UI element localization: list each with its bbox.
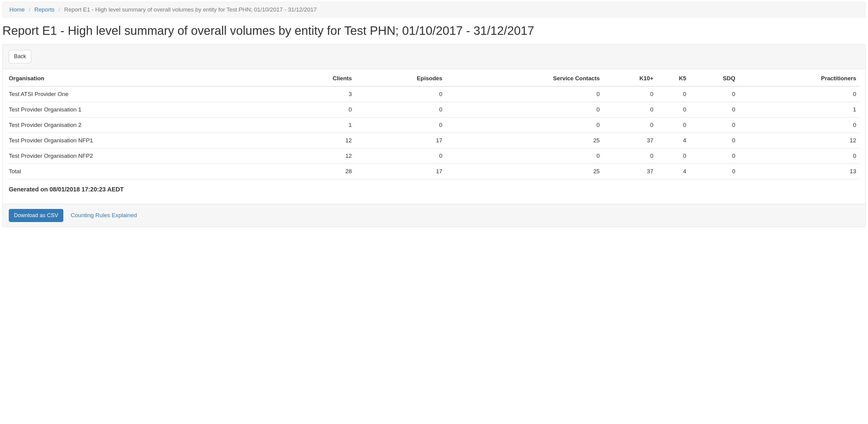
report-panel: Back Organisation Clients Episodes Servi… (2, 44, 866, 227)
cell-k10plus: 0 (603, 86, 656, 102)
generated-timestamp: Generated on 08/01/2018 17:20:23 AEDT (9, 186, 859, 193)
cell-service_contacts: 25 (445, 133, 603, 148)
cell-organisation: Total (9, 163, 285, 179)
breadcrumb: Home / Reports / Report E1 - High level … (2, 2, 866, 18)
panel-footer: Download as CSV Counting Rules Explained (3, 204, 865, 227)
cell-k5: 0 (656, 117, 689, 133)
breadcrumb-separator: / (26, 6, 33, 13)
cell-organisation: Test Provider Organisation NFP2 (9, 148, 285, 163)
cell-sdq: 0 (689, 102, 738, 117)
cell-service_contacts: 0 (445, 117, 603, 133)
col-episodes: Episodes (355, 71, 445, 86)
table-row: Test Provider Organisation NFP212000000 (9, 148, 859, 163)
breadcrumb-separator: / (56, 6, 62, 13)
col-k10plus: K10+ (603, 71, 656, 86)
col-k5: K5 (656, 71, 689, 86)
report-table: Organisation Clients Episodes Service Co… (9, 71, 859, 179)
download-csv-button[interactable]: Download as CSV (9, 209, 63, 222)
cell-k5: 0 (656, 102, 689, 117)
cell-service_contacts: 25 (445, 163, 603, 179)
cell-episodes: 0 (355, 102, 445, 117)
panel-body: Organisation Clients Episodes Service Co… (3, 69, 865, 204)
cell-k5: 4 (656, 133, 689, 148)
cell-clients: 1 (285, 117, 355, 133)
table-row: Test Provider Organisation 21000000 (9, 117, 859, 133)
cell-practitioners: 0 (738, 86, 859, 102)
cell-organisation: Test Provider Organisation NFP1 (9, 133, 285, 148)
col-sdq: SDQ (689, 71, 738, 86)
cell-k10plus: 0 (603, 117, 656, 133)
cell-episodes: 0 (355, 117, 445, 133)
cell-service_contacts: 0 (445, 86, 603, 102)
cell-k5: 0 (656, 86, 689, 102)
table-header-row: Organisation Clients Episodes Service Co… (9, 71, 859, 86)
page-title: Report E1 - High level summary of overal… (2, 23, 866, 38)
cell-clients: 3 (285, 86, 355, 102)
col-organisation: Organisation (9, 71, 285, 86)
cell-clients: 12 (285, 148, 355, 163)
cell-episodes: 0 (355, 148, 445, 163)
cell-service_contacts: 0 (445, 102, 603, 117)
col-service-contacts: Service Contacts (445, 71, 603, 86)
cell-organisation: Test ATSI Provider One (9, 86, 285, 102)
cell-k10plus: 37 (603, 163, 656, 179)
cell-practitioners: 13 (738, 163, 859, 179)
cell-organisation: Test Provider Organisation 2 (9, 117, 285, 133)
cell-practitioners: 0 (738, 117, 859, 133)
table-row: Test ATSI Provider One3000000 (9, 86, 859, 102)
cell-clients: 28 (285, 163, 355, 179)
cell-k5: 4 (656, 163, 689, 179)
back-button[interactable]: Back (9, 50, 31, 63)
cell-clients: 0 (285, 102, 355, 117)
cell-k10plus: 0 (603, 102, 656, 117)
cell-organisation: Test Provider Organisation 1 (9, 102, 285, 117)
cell-practitioners: 12 (738, 133, 859, 148)
cell-sdq: 0 (689, 86, 738, 102)
cell-episodes: 0 (355, 86, 445, 102)
cell-sdq: 0 (689, 163, 738, 179)
cell-episodes: 17 (355, 163, 445, 179)
cell-practitioners: 0 (738, 148, 859, 163)
cell-episodes: 17 (355, 133, 445, 148)
cell-k10plus: 37 (603, 133, 656, 148)
cell-k10plus: 0 (603, 148, 656, 163)
cell-clients: 12 (285, 133, 355, 148)
breadcrumb-reports-link[interactable]: Reports (34, 6, 55, 13)
panel-header: Back (3, 44, 865, 69)
counting-rules-link[interactable]: Counting Rules Explained (71, 212, 137, 218)
cell-service_contacts: 0 (445, 148, 603, 163)
breadcrumb-home-link[interactable]: Home (9, 6, 25, 13)
col-practitioners: Practitioners (738, 71, 859, 86)
cell-sdq: 0 (689, 117, 738, 133)
breadcrumb-current: Report E1 - High level summary of overal… (64, 6, 317, 13)
table-row: Total281725374013 (9, 163, 859, 179)
col-clients: Clients (285, 71, 355, 86)
table-row: Test Provider Organisation 10000001 (9, 102, 859, 117)
cell-k5: 0 (656, 148, 689, 163)
table-row: Test Provider Organisation NFP1121725374… (9, 133, 859, 148)
cell-sdq: 0 (689, 133, 738, 148)
cell-practitioners: 1 (738, 102, 859, 117)
cell-sdq: 0 (689, 148, 738, 163)
